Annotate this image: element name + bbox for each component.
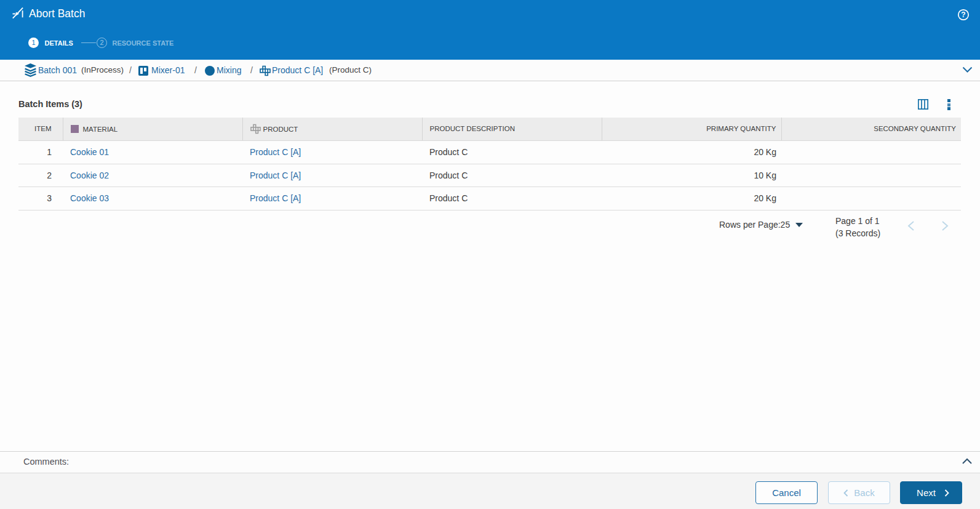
svg-text:?: ? (961, 10, 965, 19)
